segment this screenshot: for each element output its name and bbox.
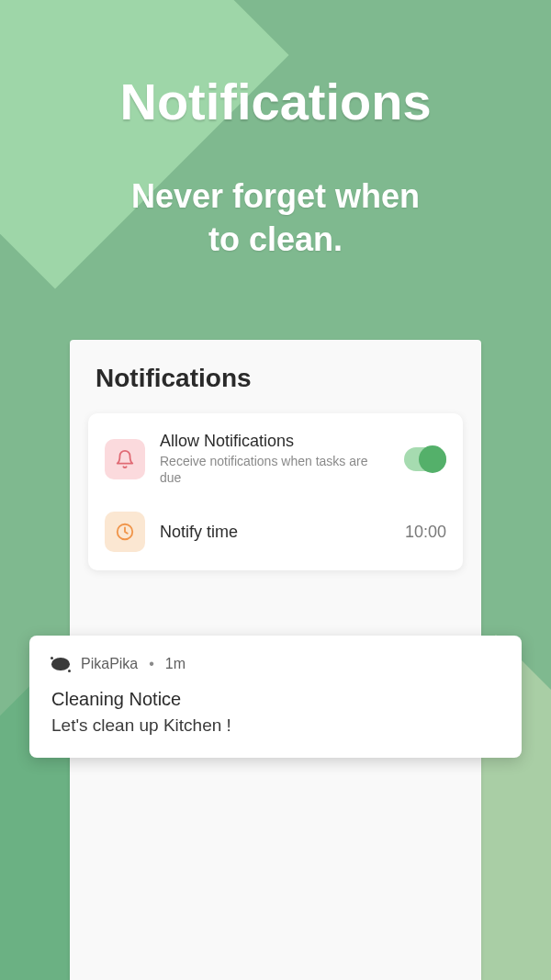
hero-subtitle-line: Never forget when <box>131 177 420 215</box>
allow-notifications-subtitle: Receive notifications when tasks are due <box>160 453 389 486</box>
hero-subtitle-line: to clean. <box>208 220 343 258</box>
notify-time-row[interactable]: Notify time 10:00 <box>88 499 463 565</box>
promo-screen: Notifications Never forget when to clean… <box>0 0 551 980</box>
settings-card: Allow Notifications Receive notification… <box>88 413 463 570</box>
notification-popup[interactable]: PikaPika • 1m Cleaning Notice Let's clea… <box>29 636 522 758</box>
allow-notifications-title: Allow Notifications <box>160 432 389 451</box>
hero-title: Notifications <box>0 0 551 131</box>
bell-icon <box>105 439 145 479</box>
allow-notifications-row[interactable]: Allow Notifications Receive notification… <box>88 419 463 499</box>
allow-notifications-toggle[interactable] <box>404 447 446 471</box>
notification-app-name: PikaPika <box>81 656 138 672</box>
toggle-knob <box>419 445 446 473</box>
page-title: Notifications <box>70 340 481 413</box>
notify-time-value: 10:00 <box>405 523 446 542</box>
notification-title: Cleaning Notice <box>51 689 500 710</box>
notification-time: 1m <box>165 656 186 672</box>
hero-subtitle: Never forget when to clean. <box>0 175 551 262</box>
notification-body: Let's clean up Kitchen ! <box>51 715 500 736</box>
clock-icon <box>105 512 145 552</box>
notify-time-label: Notify time <box>160 523 390 542</box>
app-icon <box>51 657 70 671</box>
notification-header: PikaPika • 1m <box>51 656 500 672</box>
separator-dot: • <box>149 656 154 672</box>
